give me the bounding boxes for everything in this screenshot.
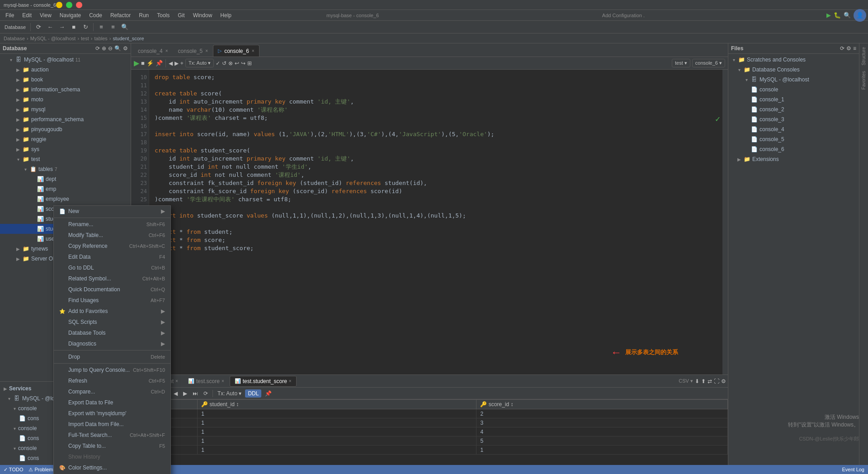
bc-tables[interactable]: tables — [94, 36, 107, 41]
sync-btn[interactable]: ⟳ — [33, 22, 43, 32]
bc-test[interactable]: test — [81, 36, 89, 41]
search-toolbar-icon[interactable]: 🔍 — [844, 12, 851, 19]
import-btn[interactable]: ⬆ — [701, 378, 706, 384]
format-btn[interactable]: ⚡ — [146, 60, 154, 66]
db-panel-sync[interactable]: ⟳ — [95, 45, 100, 52]
tab-console-4[interactable]: console_4 × — [133, 45, 173, 57]
tree-sys[interactable]: ▶📁sys — [0, 144, 131, 154]
right-console-2[interactable]: 📄console_2 — [728, 104, 859, 114]
tx-auto-btn[interactable]: Tx: Auto ▾ — [185, 59, 214, 67]
test-selector[interactable]: test ▾ — [672, 59, 690, 67]
code-content[interactable]: drop table score; create table score( id… — [149, 70, 722, 374]
ctx-quick-doc[interactable]: Quick Documentation Ctrl+Q — [54, 284, 170, 295]
bc-host[interactable]: MySQL - @localhost — [30, 36, 76, 41]
ctx-database-tools[interactable]: Database Tools ▶ — [54, 327, 170, 338]
bottom-tab-student-close[interactable]: × — [175, 379, 178, 384]
menu-view[interactable]: View — [36, 11, 55, 19]
right-console[interactable]: 📄console — [728, 85, 859, 95]
ctx-show-history[interactable]: Show History — [54, 451, 170, 462]
right-mysql-host[interactable]: ▾ 🗄 MySQL - @localhost — [728, 75, 859, 85]
ctx-export-data[interactable]: Export Data to File — [54, 397, 170, 408]
bc-student-score[interactable]: student_score — [113, 36, 144, 41]
commit-btn[interactable]: ✓ — [216, 60, 220, 66]
right-panel-settings[interactable]: ⚙ — [846, 45, 851, 52]
run-icon[interactable]: ▶ — [826, 12, 831, 19]
right-console-1[interactable]: 📄console_1 — [728, 95, 859, 104]
collapse-all-btn[interactable]: ≡ — [108, 22, 118, 32]
fullscreen-btn[interactable]: ⛶ — [714, 378, 719, 384]
ctx-refresh[interactable]: Refresh Ctrl+F5 — [54, 375, 170, 386]
bottom-tab-score[interactable]: 📊 test.score × — [184, 376, 229, 387]
tree-test[interactable]: ▾📁test — [0, 154, 131, 164]
tree-auction[interactable]: ▶📁auction — [0, 65, 131, 75]
db-panel-filter[interactable]: 🔍 — [114, 45, 121, 52]
table-row[interactable]: 3 1 3 — [132, 418, 728, 427]
problems-badge[interactable]: ⚠ Problems — [28, 467, 56, 473]
vert-tab-structure[interactable]: Structure — [860, 45, 867, 67]
last-page-btn[interactable]: ⏭ — [191, 389, 200, 398]
ctx-edit-data[interactable]: Edit Data F4 — [54, 251, 170, 262]
menu-window[interactable]: Window — [189, 11, 216, 19]
menu-refactor[interactable]: Refactor — [107, 11, 134, 19]
bottom-tab-student-score[interactable]: 📊 test.student_score × — [230, 376, 297, 387]
settings-grid-btn[interactable]: ⚙ — [721, 378, 726, 384]
tree-employee[interactable]: 📊employee — [0, 194, 131, 204]
ctx-drop[interactable]: Drop Delete — [54, 351, 170, 362]
ctx-sql-scripts[interactable]: SQL Scripts ▶ — [54, 317, 170, 327]
tree-dept[interactable]: 📊dept — [0, 174, 131, 184]
prev-page-btn[interactable]: ◀ — [172, 389, 179, 398]
tree-pinyougoudb[interactable]: ▶📁pinyougoudb — [0, 124, 131, 134]
undo-btn[interactable]: ↩ — [235, 60, 239, 66]
ctx-full-text-search[interactable]: Full-Text Search... Ctrl+Alt+Shift+F — [54, 430, 170, 441]
ctx-copy-table[interactable]: Copy Table to... F5 — [54, 441, 170, 451]
tab-console-6-close[interactable]: × — [252, 48, 255, 53]
pin-data-btn[interactable]: 📌 — [263, 389, 274, 398]
tree-book[interactable]: ▶📁book — [0, 75, 131, 85]
right-console-6[interactable]: 📄console_6 — [728, 144, 859, 154]
right-scratches[interactable]: ▾ 📁 Scratches and Consoles — [728, 55, 859, 65]
tab-console-5-close[interactable]: × — [205, 48, 208, 53]
tree-tables[interactable]: ▾📋tables7 — [0, 164, 131, 174]
stop-query-btn[interactable]: ■ — [141, 60, 145, 66]
ctx-diagnostics[interactable]: Diagnostics ▶ — [54, 338, 170, 349]
stop-tx-btn[interactable]: ⊗ — [228, 60, 233, 66]
table-row[interactable]: 4 1 4 — [132, 427, 728, 436]
right-extensions[interactable]: ▶ 📁 Extensions — [728, 154, 859, 164]
ctx-import-data[interactable]: Import Data from File... — [54, 419, 170, 430]
tab-console-6[interactable]: ▷ console_6 × — [213, 45, 259, 57]
menu-code[interactable]: Code — [85, 11, 106, 19]
tree-emp[interactable]: 📊emp — [0, 184, 131, 194]
menu-run[interactable]: Run — [135, 11, 152, 19]
maximize-button[interactable] — [66, 2, 72, 8]
editor-scrollbar[interactable] — [722, 70, 728, 374]
right-console-5[interactable]: 📄console_5 — [728, 134, 859, 144]
bc-database[interactable]: Database — [4, 36, 25, 41]
forward-btn[interactable]: → — [57, 22, 67, 32]
ctx-modify-table[interactable]: Modify Table... Ctrl+F6 — [54, 230, 170, 241]
ctx-jump-query-console[interactable]: Jump to Query Console... Ctrl+Shift+F10 — [54, 365, 170, 375]
pin-btn[interactable]: 📌 — [156, 60, 163, 66]
user-avatar[interactable]: 👤 — [854, 9, 866, 22]
col-student-id[interactable]: 🔑 student_id ↕ — [198, 400, 476, 409]
code-editor[interactable]: 1011121314 1516171819 2021222324 2526272… — [131, 70, 728, 374]
add-config-label[interactable]: Add Configuration . — [602, 13, 826, 18]
right-console-3[interactable]: 📄console_3 — [728, 114, 859, 124]
right-db-consoles[interactable]: ▾ 📁 Database Consoles — [728, 65, 859, 75]
redo-btn[interactable]: ↪ — [241, 60, 245, 66]
right-console-4[interactable]: 📄console_4 — [728, 124, 859, 134]
close-button[interactable] — [76, 2, 82, 8]
menu-file[interactable]: File — [2, 11, 18, 19]
menu-tools[interactable]: Tools — [153, 11, 173, 19]
data-table-container[interactable]: # 🔑 student_id ↕ 🔑 score_id ↕ 2 1 2 3 — [131, 399, 728, 465]
ctx-compare[interactable]: Compare... Ctrl+D — [54, 386, 170, 397]
tx-auto-data-btn[interactable]: Tx: Auto ▾ — [216, 389, 243, 398]
bottom-tab-score-close[interactable]: × — [222, 379, 224, 384]
tree-reggie[interactable]: ▶📁reggie — [0, 134, 131, 144]
ddl-btn[interactable]: DDL — [245, 389, 261, 398]
menu-edit[interactable]: Edit — [19, 11, 35, 19]
db-panel-collapse[interactable]: ⊖ — [108, 45, 113, 52]
next-btn[interactable]: ▶ — [175, 60, 179, 66]
run-button[interactable]: ▶ — [134, 59, 139, 67]
tree-root[interactable]: ▾ 🗄 MySQL - @localhost 11 — [0, 55, 131, 65]
ctx-new[interactable]: 📄 New ▶ — [54, 206, 170, 217]
